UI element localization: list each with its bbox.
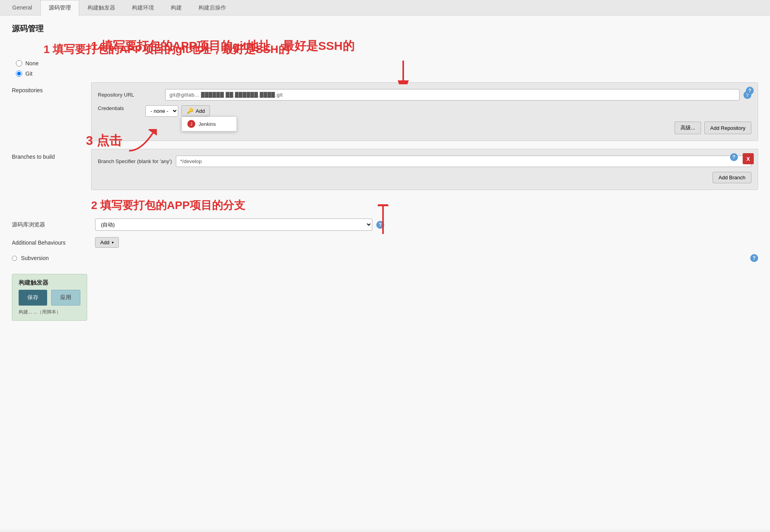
scm-options: None Git [12,60,758,77]
repositories-content: ? Repository URL ? Credentials - none - [91,82,758,141]
add-behaviour-btn-label: Add [100,239,109,245]
repositories-box: ? Repository URL ? Credentials - none - [91,82,758,141]
repo-url-label: Repository URL [98,92,161,98]
jenkins-dropdown-item[interactable]: J Jenkins [182,117,236,131]
tab-build-triggers[interactable]: 构建触发器 [79,0,124,15]
scm-git-radio[interactable] [16,70,22,77]
tab-build[interactable]: 构建 [162,0,190,15]
branches-section: Branches to build x ? Branch Specifier (… [12,149,758,190]
repositories-label: Repositories [12,82,91,93]
annotation-3-text: 3 点击 [86,132,122,150]
tab-build-environment[interactable]: 构建环境 [124,0,162,15]
tab-post-build[interactable]: 构建后操作 [190,0,234,15]
page-wrapper: General 源码管理 构建触发器 构建环境 构建 构建后操作 源码管理 1 … [0,0,770,530]
advanced-btn[interactable]: 高级... [675,122,701,134]
subversion-help-icon[interactable]: ? [750,254,758,262]
annotation-1-banner: 1 填写要打包的APP项目的git地址，最好是SSH的 [12,42,758,57]
branches-label: Branches to build [12,149,91,160]
branch-specifier-label: Branch Specifier (blank for 'any') [98,158,172,164]
annotation-2-container: 2 填写要打包的APP项目的分支 [12,198,758,213]
scm-none-radio[interactable] [16,60,22,66]
chevron-down-icon: ▾ [112,240,114,245]
credentials-dropdown-menu: J Jenkins [181,116,237,131]
branches-btn-row: Add Branch [98,172,751,183]
jenkins-icon: J [187,120,195,128]
add-repository-btn[interactable]: Add Repository [704,122,751,134]
repo-url-row: Repository URL ? [98,89,751,101]
branches-content: x ? Branch Specifier (blank for 'any') [91,149,758,190]
save-btn[interactable]: 保存 [19,290,47,306]
source-browser-row: 源码库浏览器 (自动) ? [12,218,758,231]
add-credentials-dropdown: 🔑 Add J Jenkins [181,105,210,116]
subversion-label: Subversion [21,255,49,261]
subversion-row: Subversion ? [12,254,758,262]
branch-specifier-row: Branch Specifier (blank for 'any') [98,156,751,167]
bottom-info-text: 构建... ...（用脚本） [19,309,80,315]
add-branch-btn[interactable]: Add Branch [713,172,751,183]
branches-box: x ? Branch Specifier (blank for 'any') [91,149,758,190]
scm-git-option[interactable]: Git [16,70,758,77]
source-browser-help-icon[interactable]: ? [376,221,384,229]
bottom-title: 构建触发器 [19,279,80,287]
repositories-help-icon[interactable]: ? [746,87,754,95]
scm-none-option[interactable]: None [16,60,758,66]
source-browser-select[interactable]: (自动) [95,218,372,231]
tabs-bar: General 源码管理 构建触发器 构建环境 构建 构建后操作 [0,0,770,15]
credentials-label: Credentials [98,105,141,111]
delete-branch-btn[interactable]: x [743,153,754,164]
add-credentials-btn[interactable]: 🔑 Add [181,105,210,116]
tab-general[interactable]: General [4,0,40,15]
source-browser-label: 源码库浏览器 [12,221,91,228]
bottom-section: 构建触发器 保存 应用 构建... ...（用脚本） [12,270,758,321]
scm-none-label: None [25,60,38,66]
page-title: 源码管理 [12,23,758,34]
repositories-section: Repositories ? [12,82,758,141]
subversion-radio[interactable] [12,256,17,261]
add-btn-label: Add [196,108,205,114]
add-behaviour-btn[interactable]: Add ▾ [95,237,119,248]
branch-specifier-input[interactable] [176,156,751,167]
additional-behaviours-label: Additional Behaviours [12,239,91,246]
repo-url-input[interactable] [165,89,740,101]
apply-btn[interactable]: 应用 [51,290,80,306]
main-content: 源码管理 1 填写要打包的APP项目的git地址，最好是SSH的 1 填写要打包… [0,15,770,530]
additional-behaviours-row: Additional Behaviours Add ▾ [12,237,758,248]
credentials-select[interactable]: - none - [145,105,178,117]
jenkins-label: Jenkins [198,121,216,127]
key-icon: 🔑 [187,108,193,114]
bottom-card: 构建触发器 保存 应用 构建... ...（用脚本） [12,274,87,321]
scm-git-label: Git [25,70,32,77]
tab-source-management[interactable]: 源码管理 [40,0,79,15]
annotation-2-text: 2 填写要打包的APP项目的分支 [91,198,245,213]
branches-help-icon[interactable]: ? [730,153,738,161]
